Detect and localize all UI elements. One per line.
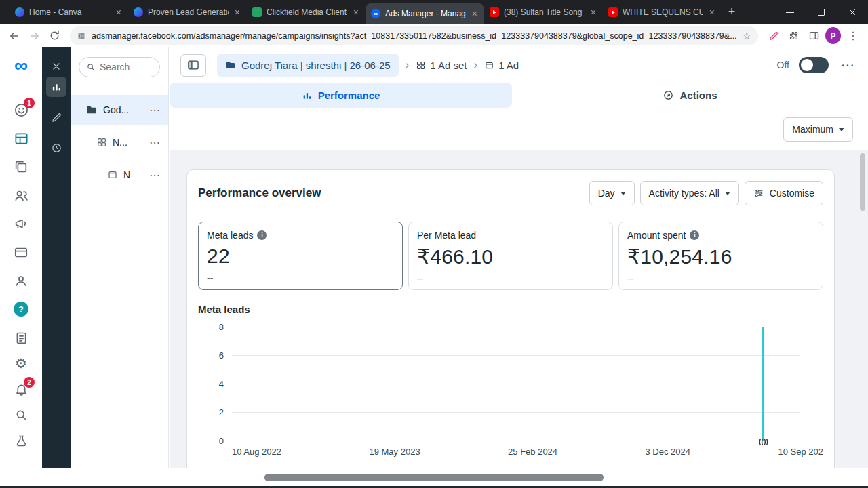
url-text[interactable]: adsmanager.facebook.com/adsmanager/manag… [92, 31, 737, 41]
breadcrumb-campaign[interactable]: Godrej Tiara | shresthi | 26-06-25 [217, 54, 399, 77]
y-tick-label: 0 [219, 436, 224, 446]
customise-button[interactable]: Customise [745, 181, 823, 205]
browser-menu-button[interactable]: ⋮ [844, 29, 863, 42]
notifications-bell-icon[interactable]: 2 [13, 381, 29, 397]
forward-button[interactable] [26, 26, 43, 45]
day-dropdown[interactable]: Day [589, 181, 635, 205]
address-bar[interactable]: adsmanager.facebook.com/adsmanager/manag… [70, 26, 758, 45]
tree-search-input[interactable] [100, 62, 147, 73]
extensions-button[interactable] [785, 26, 803, 45]
window-close-button[interactable] [837, 0, 868, 24]
browser-tab[interactable]: Home - Canva × [9, 0, 128, 24]
tree-item-campaign[interactable]: God... ⋯ [71, 95, 168, 125]
forward-arrow-icon [28, 30, 41, 42]
bookmark-star-icon[interactable]: ☆ [743, 30, 751, 42]
browser-tab[interactable]: WHITE SEQUENS CUTDAN × [603, 0, 722, 24]
side-panel-button[interactable] [805, 26, 823, 45]
ad-status-toggle[interactable] [799, 57, 829, 73]
site-info-icon[interactable] [77, 31, 86, 41]
browser-tab-active[interactable]: ∞ Ads Manager - Manage ad × [366, 3, 484, 24]
window-maximize-button[interactable] [806, 0, 837, 24]
bar-chart-icon [302, 90, 313, 101]
chart-x-axis: 10 Aug 202219 May 202325 Feb 20243 Dec 2… [232, 447, 823, 457]
metric-secondary: -- [627, 273, 814, 284]
metric-tile-per-meta-lead[interactable]: Per Meta lead ₹466.10 -- [408, 222, 613, 290]
settings-gear-icon[interactable]: ⚙ [13, 355, 29, 371]
window-minimize-button[interactable] [774, 0, 806, 24]
horizontal-scrollbar[interactable] [264, 474, 604, 481]
view-tabs: Performance Actions [170, 83, 868, 108]
chart-cursor-icon [757, 437, 770, 447]
experiments-flask-icon[interactable] [13, 432, 29, 449]
metric-value: ₹10,254.16 [627, 245, 814, 268]
search-rail-icon[interactable] [13, 407, 29, 423]
vertical-scrollbar[interactable] [860, 153, 865, 211]
tab-title: Clickfield Media Clients - [267, 7, 347, 17]
billing-card-icon[interactable] [13, 244, 29, 260]
close-panel-button[interactable] [46, 56, 66, 77]
breadcrumb-separator: › [473, 58, 477, 72]
tab-performance[interactable]: Performance [170, 83, 512, 108]
audiences-icon[interactable] [13, 187, 29, 203]
insights-scroll-area: Performance overview Day Activity types:… [170, 150, 868, 468]
search-icon [86, 62, 96, 72]
x-tick-label: 3 Dec 2024 [646, 447, 691, 457]
info-icon[interactable]: i [257, 230, 267, 240]
gridline [232, 412, 800, 413]
pages-icon[interactable] [13, 159, 29, 175]
account-overview-icon[interactable]: 1 [13, 102, 29, 118]
header-more-options-icon[interactable]: ⋯ [838, 57, 857, 73]
collapse-panel-button[interactable] [180, 54, 206, 77]
back-button[interactable] [5, 26, 23, 45]
campaigns-table-icon[interactable] [13, 130, 29, 146]
browser-tab[interactable]: Clickfield Media Clients - × [247, 0, 366, 24]
breadcrumb-ad[interactable]: 1 Ad [484, 60, 519, 71]
tab-close-icon[interactable]: × [115, 7, 123, 18]
tree-item-label: God... [103, 104, 129, 115]
chevron-down-icon [620, 192, 626, 195]
folder-icon [85, 104, 98, 116]
activity-types-label: Activity types: All [649, 188, 719, 199]
more-options-icon[interactable]: ⋯ [149, 136, 160, 149]
profile-avatar[interactable]: P [825, 27, 841, 44]
browser-tab[interactable]: (38) Sultan Title Song | Sal × [484, 0, 603, 24]
puzzle-icon [788, 30, 800, 41]
meta-logo-icon[interactable]: ∞ [14, 56, 28, 76]
extension-pen-button[interactable] [765, 26, 783, 45]
gridline [232, 441, 800, 441]
tree-item-ad[interactable]: N ⋯ [71, 160, 168, 190]
activity-types-dropdown[interactable]: Activity types: All [640, 181, 739, 205]
edit-button[interactable] [46, 107, 66, 127]
reload-button[interactable] [45, 26, 63, 45]
more-options-icon[interactable]: ⋯ [149, 169, 160, 182]
metric-tile-meta-leads[interactable]: Meta leads i 22 -- [198, 222, 403, 290]
maximum-dropdown[interactable]: Maximum [783, 117, 853, 142]
tree-item-adset[interactable]: N... ⋯ [71, 127, 168, 157]
account-person-icon[interactable] [13, 272, 29, 289]
chart-plot [232, 327, 800, 441]
gridline [232, 384, 800, 384]
campaign-tree-panel: God... ⋯ N... ⋯ N ⋯ [71, 47, 169, 468]
more-options-icon[interactable]: ⋯ [149, 104, 160, 117]
insights-charts-button[interactable] [46, 77, 66, 97]
history-button[interactable] [46, 138, 66, 158]
metric-tile-amount-spent[interactable]: Amount spent i ₹10,254.16 -- [618, 222, 823, 290]
browser-tab[interactable]: Proven Lead Generation St × [128, 0, 247, 24]
new-tab-button[interactable]: + [722, 0, 742, 24]
reports-icon[interactable] [13, 329, 29, 346]
ads-megaphone-icon[interactable] [13, 216, 29, 232]
youtube-favicon-icon [608, 7, 618, 17]
tab-close-icon[interactable]: × [471, 8, 479, 19]
tab-close-icon[interactable]: × [589, 7, 597, 18]
tab-actions[interactable]: Actions [512, 83, 868, 108]
metric-value: ₹466.10 [417, 245, 604, 268]
tab-close-icon[interactable]: × [352, 7, 360, 18]
tab-close-icon[interactable]: × [233, 7, 241, 18]
help-button[interactable]: ? [13, 301, 29, 317]
breadcrumb-adset[interactable]: 1 Ad set [416, 60, 467, 71]
performance-overview-card: Performance overview Day Activity types:… [186, 169, 835, 468]
tab-close-icon[interactable]: × [708, 7, 716, 18]
tree-search-box[interactable] [79, 57, 160, 77]
info-icon[interactable]: i [690, 230, 699, 240]
metric-tiles: Meta leads i 22 -- Per Meta lead ₹466.10… [198, 222, 823, 290]
